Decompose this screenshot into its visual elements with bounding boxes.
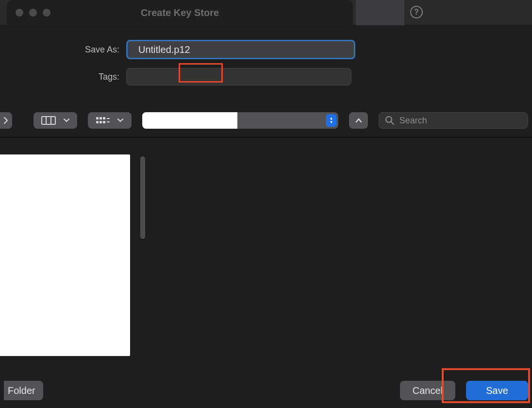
svg-rect-3 [96, 117, 99, 119]
cancel-button[interactable]: Cancel [400, 381, 455, 400]
cancel-label: Cancel [413, 385, 443, 396]
background-tab [356, 0, 404, 25]
search-placeholder: Search [399, 116, 427, 126]
nav-forward-button[interactable] [0, 112, 12, 129]
new-folder-button[interactable]: Folder [4, 381, 43, 400]
svg-rect-0 [42, 117, 55, 124]
save-button[interactable]: Save [466, 381, 528, 400]
new-folder-label: Folder [8, 385, 35, 396]
scrollbar-thumb[interactable] [140, 156, 145, 239]
tags-label: Tags: [0, 72, 126, 82]
columns-icon [41, 116, 56, 125]
collapse-sheet-button[interactable] [349, 112, 367, 129]
svg-rect-5 [103, 117, 105, 119]
svg-rect-6 [96, 121, 99, 123]
chevron-down-icon: ▼ [329, 120, 333, 124]
chevron-right-icon [3, 117, 8, 124]
dialog-titlebar: Create Key Store [7, 0, 353, 25]
file-column[interactable] [0, 154, 130, 356]
help-icon[interactable]: ? [410, 6, 423, 18]
grid-group-icon [96, 116, 110, 125]
search-icon [385, 116, 395, 125]
save-as-label: Save As: [0, 45, 126, 55]
save-as-input[interactable]: Untitled.p12 [126, 40, 355, 59]
chevron-down-icon [64, 119, 69, 122]
save-label: Save [486, 385, 508, 396]
view-columns-button[interactable] [33, 112, 77, 129]
toolbar-divider [0, 137, 532, 137]
search-input[interactable]: Search [379, 112, 528, 129]
view-options-button[interactable] [88, 112, 132, 129]
location-stepper[interactable]: ▲ ▼ [326, 114, 336, 127]
svg-rect-8 [103, 121, 105, 123]
dialog-footer: Folder Cancel Save [0, 373, 532, 408]
save-as-value: Untitled.p12 [138, 44, 190, 55]
svg-rect-4 [100, 117, 102, 119]
svg-line-12 [391, 122, 394, 124]
file-browser [0, 154, 532, 356]
chevron-up-icon [355, 118, 362, 123]
save-sheet: Save As: Untitled.p12 Tags: [0, 25, 532, 408]
svg-rect-7 [100, 121, 102, 123]
dialog-title: Create Key Store [7, 7, 353, 18]
finder-toolbar: ▲ ▼ Search [0, 111, 532, 130]
svg-point-11 [386, 117, 392, 122]
location-current [142, 112, 237, 129]
location-popup[interactable]: ▲ ▼ [142, 112, 338, 129]
tags-input[interactable] [126, 68, 351, 85]
chevron-down-icon [117, 119, 123, 122]
